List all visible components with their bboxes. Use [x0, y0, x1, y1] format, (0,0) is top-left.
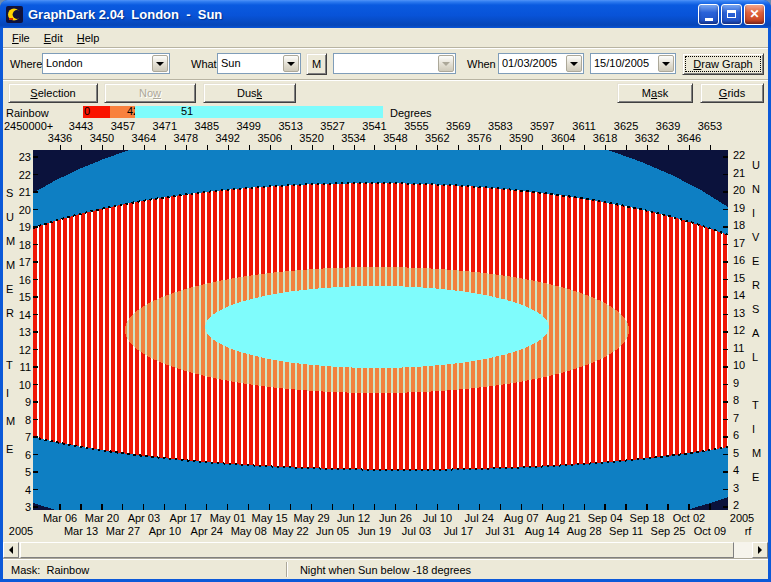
minimize-button[interactable]: [698, 4, 719, 25]
x-axis-rf-label: rf: [745, 525, 752, 537]
draw-graph-button[interactable]: Draw Graph: [682, 53, 764, 75]
scroll-left-arrow-icon: [9, 546, 13, 554]
julian-label: 3555: [404, 120, 428, 132]
menu-edit[interactable]: Edit: [37, 30, 70, 46]
date-label: Jul 24: [465, 512, 494, 524]
menu-file[interactable]: File: [5, 30, 37, 46]
m-button[interactable]: M: [306, 53, 327, 75]
summer-time-caption-letter: U: [6, 211, 14, 223]
maximize-button[interactable]: [721, 4, 742, 25]
menu-help[interactable]: Help: [70, 30, 107, 46]
scroll-right-button[interactable]: [752, 542, 768, 558]
hour-label-left: 7: [3, 431, 31, 443]
legend-color-bar: 04251: [83, 106, 383, 118]
date-label: May 01: [210, 512, 246, 524]
date-to-value: 15/10/2005: [594, 57, 656, 69]
mask-button[interactable]: Mask: [617, 83, 693, 103]
where-label: Where: [10, 58, 42, 70]
close-icon: ✕: [749, 8, 759, 20]
date-label: Jul 17: [444, 525, 473, 537]
hour-label-right: 2: [733, 499, 739, 511]
summer-time-caption-letter: M: [6, 259, 15, 271]
date-to-dropdown-arrow-icon[interactable]: [658, 55, 674, 72]
scroll-left-button[interactable]: [3, 542, 19, 558]
universal-time-caption-letter: I: [752, 207, 755, 219]
hour-label-right: 10: [733, 359, 745, 371]
date-label: Apr 03: [128, 512, 160, 524]
scrollbar-thumb[interactable]: [20, 542, 734, 558]
selection-button[interactable]: Selection: [8, 83, 98, 103]
grids-button[interactable]: Grids: [700, 83, 764, 103]
hour-label-right: 15: [733, 272, 745, 284]
date-label: Sep 04: [588, 512, 623, 524]
universal-time-caption-letter: R: [752, 279, 760, 291]
app-icon: [6, 6, 23, 23]
julian-label: 3569: [446, 120, 470, 132]
date-label: May 08: [231, 525, 267, 537]
hour-label-right: 7: [733, 412, 739, 424]
sun-above-51-region: [205, 286, 549, 368]
universal-time-caption-letter: E: [752, 471, 759, 483]
hour-label-right: 22: [733, 149, 745, 161]
date-label: Oct 09: [694, 525, 726, 537]
summer-time-caption-letter: M: [6, 415, 15, 427]
date-label: Jul 10: [423, 512, 452, 524]
julian-label: 3513: [278, 120, 302, 132]
date-from-value: 01/03/2005: [502, 57, 564, 69]
date-label: Aug 14: [525, 525, 560, 537]
hour-label-right: 18: [733, 219, 745, 231]
date-label: Sep 18: [630, 512, 665, 524]
close-button[interactable]: ✕: [744, 4, 765, 25]
plot-canvas[interactable]: [33, 150, 728, 510]
julian-label: 3527: [320, 120, 344, 132]
horizontal-scrollbar[interactable]: [3, 542, 768, 558]
universal-time-caption-letter: S: [752, 303, 759, 315]
extra-combobox: [333, 53, 456, 74]
x-axis-row2: Mar 13Mar 27Apr 10Apr 24May 08May 22Jun …: [0, 525, 771, 538]
universal-time-caption-letter: V: [752, 231, 759, 243]
y-axis-left: 23222120191817161514131211109876543SUMME…: [3, 150, 33, 510]
date-label: Oct 02: [673, 512, 705, 524]
hour-label-right: 4: [733, 464, 739, 476]
julian-label: 3443: [69, 120, 93, 132]
date-label: Mar 20: [85, 512, 119, 524]
hour-label-right: 11: [733, 342, 744, 354]
date-from-dropdown-arrow-icon[interactable]: [566, 55, 582, 72]
summer-time-caption-letter: E: [6, 283, 13, 295]
date-label: Aug 28: [567, 525, 602, 537]
sun-altitude-plot[interactable]: [33, 150, 728, 510]
where-combobox[interactable]: London: [42, 53, 170, 74]
legend-label: Rainbow: [6, 107, 49, 119]
title-bar[interactable]: GraphDark 2.04 London - Sun ✕: [0, 0, 771, 28]
summer-time-caption-letter: R: [6, 307, 14, 319]
date-label: Sep 25: [651, 525, 686, 537]
julian-label: 3597: [530, 120, 554, 132]
summer-time-caption-letter: S: [6, 187, 13, 199]
universal-time-caption-letter: M: [752, 447, 761, 459]
hour-label-left: 22: [3, 169, 31, 181]
y-axis-right: 2221201918171615141312111098765432UNIVER…: [731, 150, 768, 510]
status-divider: [286, 562, 288, 577]
legend-segment: 42: [110, 106, 135, 118]
date-label: Mar 13: [64, 525, 98, 537]
universal-time-caption-letter: N: [752, 183, 760, 195]
date-from-combobox[interactable]: 01/03/2005: [498, 53, 584, 74]
date-label: Jun 19: [358, 525, 391, 537]
date-label: Sep 11: [609, 525, 643, 537]
hour-label-right: 16: [733, 254, 745, 266]
date-to-combobox[interactable]: 15/10/2005: [590, 53, 676, 74]
what-combobox[interactable]: Sun: [217, 53, 301, 74]
what-dropdown-arrow-icon[interactable]: [283, 55, 299, 72]
caption-buttons: ✕: [698, 4, 765, 25]
universal-time-caption-letter: L: [752, 351, 758, 363]
where-dropdown-arrow-icon[interactable]: [152, 55, 168, 72]
dusk-button[interactable]: Dusk: [203, 83, 296, 103]
date-label: Apr 24: [191, 525, 223, 537]
date-label: Aug 07: [504, 512, 539, 524]
x-axis-year-left: 2005: [9, 525, 33, 537]
date-label: Jul 31: [486, 525, 515, 537]
top-tick-marks: [0, 143, 771, 150]
universal-time-caption-letter: T: [752, 399, 759, 411]
hour-label-right: 20: [733, 184, 745, 196]
what-label: What: [191, 58, 217, 70]
